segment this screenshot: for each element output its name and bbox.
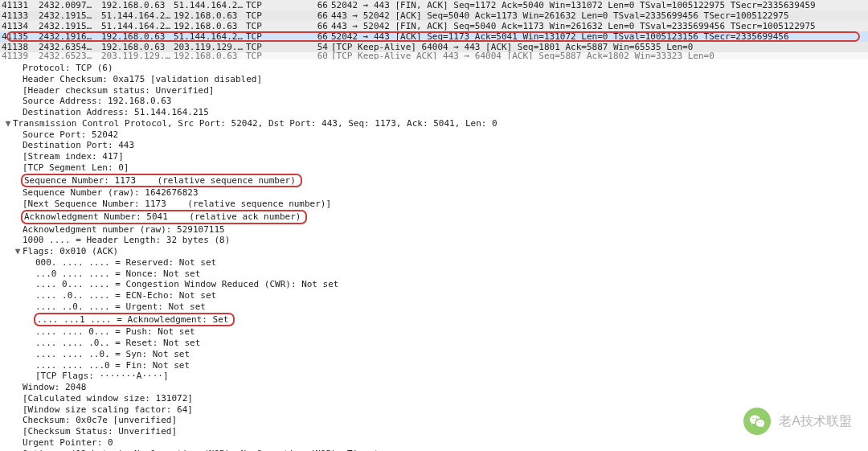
packet-row[interactable]: 41138 2432.6354… 192.168.0.63 203.119.12… (0, 42, 868, 52)
packet-row[interactable]: 41133 2432.1915… 51.144.164.2… 192.168.0… (0, 10, 868, 21)
flag-cwr[interactable]: .... 0... .... = Congestion Window Reduc… (3, 279, 868, 290)
tcp-options[interactable]: ▶Options: (12 bytes), No-Operation (NOP)… (3, 449, 868, 452)
ip-hdr-status[interactable]: [Header checksum status: Unverified] (3, 85, 868, 96)
tcp-seq[interactable]: Sequence Number: 1173 (relative sequence… (3, 174, 868, 188)
ip-hdr-checksum[interactable]: Header Checksum: 0xa175 [validation disa… (3, 74, 868, 85)
tcp-dstport[interactable]: Destination Port: 443 (3, 140, 868, 151)
col-proto: TCP (246, 0, 307, 10)
tcp-hdrlen[interactable]: 1000 .... = Header Length: 32 bytes (8) (3, 235, 868, 246)
tcp-seq-raw[interactable]: Sequence Number (raw): 1642676823 (3, 187, 868, 199)
ip-dst-addr[interactable]: Destination Address: 51.144.164.215 (3, 107, 868, 118)
ip-protocol[interactable]: Protocol: TCP (6) (3, 63, 868, 74)
col-info: 52042 → 443 [FIN, ACK] Seq=1172 Ack=5040… (328, 0, 816, 10)
flag-syn[interactable]: .... .... ..0. = Syn: Not set (3, 349, 868, 360)
highlight-box: Acknowledgment Number: 5041 (relative ac… (21, 210, 307, 224)
col-dst: 51.144.164.2… (174, 0, 246, 10)
tcp-flags[interactable]: ▼Flags: 0x010 (ACK) (3, 246, 868, 257)
tcp-ack-raw[interactable]: Acknowledgment number (raw): 529107115 (3, 224, 868, 236)
highlight-box: Sequence Number: 1173 (relative sequence… (21, 174, 302, 188)
tcp-srcport[interactable]: Source Port: 52042 (3, 129, 868, 141)
col-no: 41131 (2, 0, 39, 10)
packet-details[interactable]: Protocol: TCP (6) Header Checksum: 0xa17… (0, 63, 868, 451)
tcp-seglen[interactable]: [TCP Segment Len: 0] (3, 162, 868, 174)
highlight-box: .... ...1 .... = Acknowledgment: Set (34, 313, 235, 327)
col-src: 192.168.0.63 (101, 0, 174, 10)
packet-row[interactable]: 41139 2432.6523… 203.119.129.… 192.168.0… (0, 52, 868, 59)
tcp-window[interactable]: Window: 2048 (3, 382, 868, 393)
tcp-ack[interactable]: Acknowledgment Number: 5041 (relative ac… (3, 210, 868, 224)
flag-fin[interactable]: .... .... ...0 = Fin: Not set (3, 360, 868, 371)
flag-push[interactable]: .... .... 0... = Push: Not set (3, 326, 868, 338)
tcp-calc-win[interactable]: [Calculated window size: 131072] (3, 393, 868, 404)
flag-urgent[interactable]: .... ..0. .... = Urgent: Not set (3, 301, 868, 313)
collapse-icon[interactable]: ▶ (13, 449, 23, 452)
flag-ecn[interactable]: .... .0.. .... = ECN-Echo: Not set (3, 290, 868, 301)
tcp-header[interactable]: ▼Transmission Control Protocol, Src Port… (3, 118, 868, 129)
flag-reserved[interactable]: 000. .... .... = Reserved: Not set (3, 257, 868, 269)
tcp-checksum[interactable]: Checksum: 0x0c7e [unverified] (3, 415, 868, 426)
col-time: 2432.0097… (39, 0, 101, 10)
flag-nonce[interactable]: ...0 .... .... = Nonce: Not set (3, 269, 868, 280)
watermark: 老A技术联盟 (743, 408, 852, 435)
col-len: 66 (307, 0, 328, 10)
packet-list[interactable]: 41131 2432.0097… 192.168.0.63 51.144.164… (0, 0, 868, 59)
tcp-urgptr[interactable]: Urgent Pointer: 0 (3, 437, 868, 449)
packet-row[interactable]: 41131 2432.0097… 192.168.0.63 51.144.164… (0, 0, 868, 10)
flag-ack[interactable]: .... ...1 .... = Acknowledgment: Set (3, 313, 868, 327)
tcp-wscale[interactable]: [Window size scaling factor: 64] (3, 404, 868, 416)
watermark-text: 老A技术联盟 (779, 413, 852, 429)
tcp-stream[interactable]: [Stream index: 417] (3, 151, 868, 162)
packet-row-selected[interactable]: 41135 2432.1916… 192.168.0.63 51.144.164… (0, 31, 868, 42)
expand-icon[interactable]: ▼ (3, 118, 13, 129)
flag-string[interactable]: [TCP Flags: ·······A····] (3, 371, 868, 382)
tcp-chk-stat[interactable]: [Checksum Status: Unverified] (3, 426, 868, 437)
packet-row[interactable]: 41134 2432.1915… 51.144.164.2… 192.168.0… (0, 21, 868, 31)
expand-icon[interactable]: ▼ (13, 246, 23, 257)
flag-reset[interactable]: .... .... .0.. = Reset: Not set (3, 338, 868, 349)
ip-src-addr[interactable]: Source Address: 192.168.0.63 (3, 96, 868, 107)
tcp-nextseq[interactable]: [Next Sequence Number: 1173 (relative se… (3, 199, 868, 210)
wechat-icon (743, 408, 771, 435)
